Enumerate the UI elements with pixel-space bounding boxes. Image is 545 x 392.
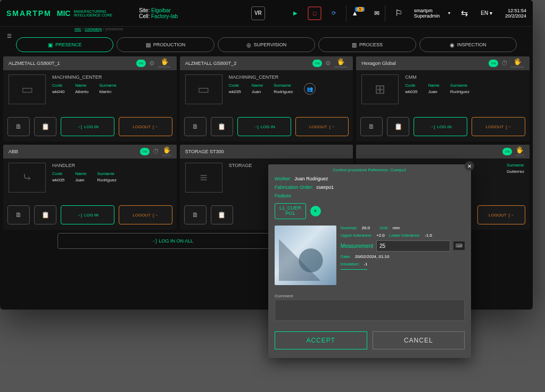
worker-code: wk035 bbox=[405, 89, 417, 94]
comment-input[interactable] bbox=[275, 299, 465, 321]
user-menu-caret-icon[interactable]: ▾ bbox=[448, 11, 450, 15]
tab-inspection[interactable]: ◉INSPECTION bbox=[419, 37, 517, 52]
clipboard-button[interactable]: 📋 bbox=[387, 117, 409, 136]
card-title: ALZMETALL GS800T_1 bbox=[9, 61, 60, 66]
date-label: Date: bbox=[341, 254, 351, 259]
alerts-icon[interactable]: ▲99+5 bbox=[352, 10, 358, 17]
clipboard-button[interactable]: 📋 bbox=[211, 117, 233, 136]
worker-name: Alberto bbox=[75, 89, 88, 94]
login-button[interactable]: →] LOG IN bbox=[61, 205, 114, 224]
site-label: Site: bbox=[139, 7, 150, 13]
hand-icon[interactable]: 🖐 bbox=[516, 146, 524, 154]
login-button[interactable]: →] LOG IN bbox=[61, 117, 114, 136]
worker-name: Juan bbox=[428, 89, 439, 94]
hand-icon[interactable]: 🖐 bbox=[163, 146, 171, 154]
reference-image bbox=[275, 226, 336, 285]
site-value: Elgoibar bbox=[151, 7, 171, 13]
manual-label: MANUAL bbox=[511, 65, 524, 69]
machine-card: Hexagon Global ON ⏱ 🖐MANUAL ⊞ CMM Codewk… bbox=[356, 56, 530, 141]
doc-button[interactable]: 🗎 bbox=[360, 117, 383, 136]
storage-icon: ≡ bbox=[185, 163, 222, 193]
clipboard-button[interactable]: 📋 bbox=[34, 117, 56, 136]
tab-presence[interactable]: ▣PRESENCE bbox=[16, 37, 113, 52]
cell-value: Factory-lab bbox=[151, 13, 178, 19]
worker-name: Juan bbox=[252, 89, 263, 94]
mic-tagline: MANUFACTURINGINTELLIGENCE CORE bbox=[73, 10, 112, 17]
logout-button[interactable]: LOGOUT [→ bbox=[477, 205, 525, 224]
status-on: ON bbox=[312, 60, 322, 67]
group-icon[interactable]: 👥 bbox=[304, 83, 316, 95]
cancel-button[interactable]: CANCEL bbox=[373, 331, 465, 349]
login-all-button[interactable]: →] LOG IN ON ALL bbox=[57, 233, 286, 249]
manual-label: MANUAL bbox=[334, 65, 348, 69]
breadcrumb: mic / company / presence bbox=[75, 27, 123, 31]
hand-icon[interactable]: 🖐 bbox=[337, 58, 345, 65]
worker-surname: Rodriguez bbox=[274, 89, 293, 94]
brand-logo: SMARTPM bbox=[6, 9, 52, 18]
tab-production[interactable]: ▤PRODUCTION bbox=[117, 37, 214, 52]
card-title: ALZMETALL GS800T_2 bbox=[185, 61, 237, 66]
crumb-company[interactable]: company bbox=[85, 27, 102, 31]
machine-card: ABB ON ⏱ 🖐AUTO ⤷ HANDLER Codewk035 NameJ… bbox=[3, 145, 177, 230]
logout-button[interactable]: LOGOUT [→ bbox=[119, 117, 172, 136]
doc-button[interactable]: 🗎 bbox=[7, 205, 30, 224]
user-role: Superadmin bbox=[414, 13, 440, 19]
hand-icon[interactable]: 🖐 bbox=[161, 58, 169, 65]
doc-button[interactable]: 🗎 bbox=[7, 117, 30, 136]
logout-button[interactable]: LOGOUT [→ bbox=[119, 205, 172, 224]
feature-chip[interactable]: L1_CUERPO1 bbox=[275, 203, 306, 219]
crumb-presence: presence bbox=[105, 27, 123, 31]
accept-button[interactable]: ACCEPT bbox=[275, 331, 367, 349]
machining-center-icon: ▭ bbox=[9, 74, 46, 104]
card-title: ABB bbox=[9, 149, 18, 154]
add-feature-button[interactable]: + bbox=[310, 206, 321, 216]
card-title: STORAGE ST300 bbox=[185, 149, 224, 154]
stopwatch-icon[interactable]: ⏱ bbox=[153, 148, 159, 155]
supervision-icon: ◎ bbox=[246, 42, 251, 48]
hand-icon[interactable]: 🖐 bbox=[514, 58, 522, 65]
play-button[interactable]: ▶ bbox=[288, 6, 302, 20]
menu-icon[interactable]: ☰ bbox=[7, 33, 12, 39]
doc-button[interactable]: 🗎 bbox=[184, 205, 207, 224]
cmm-icon: ⊞ bbox=[361, 74, 399, 104]
machine-type: CMM bbox=[405, 74, 524, 80]
clipboard-button[interactable]: 📋 bbox=[34, 205, 56, 224]
doc-button[interactable]: 🗎 bbox=[184, 117, 207, 136]
fab-value: cuerpo1 bbox=[317, 185, 334, 190]
measurement-input[interactable] bbox=[376, 240, 450, 252]
worker-surname: Gutierrez bbox=[507, 169, 524, 174]
clipboard-button[interactable]: 📋 bbox=[211, 205, 233, 224]
time: 12:51:54 bbox=[508, 8, 526, 13]
crumb-mic[interactable]: mic bbox=[75, 27, 81, 31]
worker-label: Worker: bbox=[275, 176, 291, 181]
sub-brand: MIC MANUFACTURINGINTELLIGENCE CORE bbox=[57, 9, 112, 18]
deviation-value: -1 bbox=[364, 262, 367, 266]
fab-label: Fabrication Order: bbox=[275, 185, 313, 190]
vr-button[interactable]: VR bbox=[251, 6, 265, 20]
tab-supervision[interactable]: ◎SUPERVISION bbox=[218, 37, 315, 52]
auto-label: AUTO bbox=[515, 154, 524, 157]
logout-button[interactable]: LOGOUT [→ bbox=[295, 117, 349, 136]
keyboard-icon[interactable]: ⌨ bbox=[453, 241, 465, 250]
ltol-label: Lower tolerance: bbox=[389, 233, 420, 238]
gear-icon[interactable]: ⚙ bbox=[149, 60, 155, 67]
tab-process[interactable]: ▥PROCESS bbox=[318, 37, 416, 52]
login-button[interactable]: →] LOG IN bbox=[237, 117, 291, 136]
worker-surname: Martín bbox=[99, 89, 116, 94]
production-icon: ▤ bbox=[146, 42, 151, 48]
stopwatch-icon[interactable]: ⏱ bbox=[501, 60, 508, 67]
machine-type: MACHINING_CENTER bbox=[229, 74, 348, 80]
gear-icon[interactable]: ⚙ bbox=[325, 60, 331, 67]
utol-label: Upper tolerance: bbox=[341, 233, 372, 238]
close-modal-button[interactable]: ✕ bbox=[465, 161, 474, 171]
messages-icon[interactable]: ✉ bbox=[374, 10, 379, 17]
feature-label: Feature bbox=[275, 193, 291, 198]
stop-button[interactable]: ◻ bbox=[308, 6, 321, 20]
share-icon[interactable]: ⇆ bbox=[461, 8, 468, 18]
lang-selector[interactable]: EN ▾ bbox=[481, 10, 492, 16]
logout-button[interactable]: LOGOUT [→ bbox=[472, 117, 525, 136]
login-button[interactable]: →] LOG IN bbox=[414, 117, 467, 136]
modal-title: Control procedure Reference: Cuerpo1 bbox=[268, 164, 471, 174]
warn-badge: 5 bbox=[357, 7, 364, 12]
refresh-button[interactable]: ⟳ bbox=[327, 6, 341, 20]
